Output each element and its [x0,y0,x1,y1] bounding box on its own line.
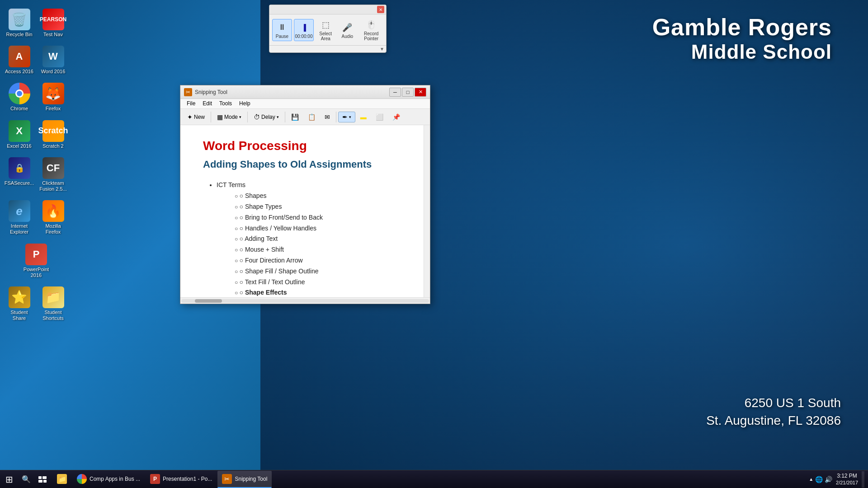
taskbar-search-btn[interactable]: 🔍 [18,471,34,488]
toolbar-sep3 [285,112,285,122]
desktop-icon-access[interactable]: A Access 2016 [2,44,36,76]
mode-dropdown-icon: ▾ [239,115,241,119]
desktop-icon-clickteam[interactable]: CF Clickteam Fusion 2.5... [36,155,70,194]
audio-icon: 🎤 [341,21,354,34]
menu-tools[interactable]: Tools [216,100,236,108]
snipping-minimize-btn[interactable]: ─ [389,88,401,97]
task-view-btn[interactable] [34,471,51,488]
snipping-title-text: Snipping Tool [195,89,389,95]
taskbar-system-tray: ▲ 🌐 🔊 [809,476,832,483]
snipping-audio-btn[interactable]: 🎤 Audio [337,19,357,41]
copy-btn[interactable]: 📋 [304,112,320,122]
desktop-icon-word[interactable]: W Word 2016 [36,44,70,76]
pin-icon: 📌 [392,113,400,121]
show-desktop-btn[interactable] [862,471,864,488]
desktop-icon-scratch2[interactable]: Scratch Scratch 2 [36,118,70,151]
student-share-label: Student Share [4,310,34,321]
desktop-icon-moz-firefox[interactable]: 🔥 Mozilla Firefox [36,198,70,237]
snipping-tool-toolbar: ✦ New ▦ Mode ▾ ⏱ Delay ▾ 💾 📋 [180,109,430,125]
taskbar-snipping-icon: ✂ [222,474,232,484]
new-icon: ✦ [187,113,193,121]
taskbar-chrome[interactable]: Comp Apps in Bus ... [72,471,145,488]
expand-icon: ▼ [380,47,384,52]
hscroll-track [181,299,429,303]
taskbar-clock[interactable]: 3:12 PM 2/21/2017 [836,473,858,486]
save-icon: 💾 [291,113,299,121]
menu-edit[interactable]: Edit [199,100,216,108]
taskbar-ppt-icon: P [150,474,160,484]
snipping-select-area-btn[interactable]: ⬚ Select Area [316,16,335,43]
new-snip-btn[interactable]: ✦ New [183,112,209,122]
svg-rect-0 [38,476,42,479]
save-btn[interactable]: 💾 [287,112,303,122]
email-btn[interactable]: ✉ [321,112,334,122]
bullet-sub-item-7: ○ Shape Fill / Shape Outline [235,266,407,277]
audio-label: Audio [342,34,354,39]
ppt-icon: P [25,244,47,265]
snipping-maximize-btn[interactable]: □ [402,88,414,97]
snipping-horizontal-scrollbar[interactable] [180,297,430,304]
desktop-icon-testnav[interactable]: PEARSON Test Nav [36,7,70,39]
excel-label: Excel 2016 [7,143,31,149]
highlighter-btn[interactable]: ▬ [356,112,371,122]
snipping-record-pointer-btn[interactable]: 🖱️ Record Pointer [359,16,383,43]
snipping-vertical-scrollbar[interactable] [424,125,430,297]
testnav-label: Test Nav [43,32,63,38]
taskbar-presentation[interactable]: P Presentation1 - Po... [146,471,217,488]
school-name-line2: Middle School [652,41,832,63]
desktop-icon-recycle-bin[interactable]: 🗑️ Recycle Bin [2,7,36,39]
scratch2-label: Scratch 2 [42,143,63,149]
desktop-icon-student-shortcuts[interactable]: 📁 Student Shortcuts [36,285,70,323]
snipping-content-area[interactable]: Word Processing Adding Shapes to Old Ass… [180,125,430,297]
taskbar-file-explorer[interactable]: 📁 [52,471,71,488]
snipping-close-btn[interactable]: ✕ [415,88,426,97]
snipping-titlebar-controls: ─ □ ✕ [389,88,426,97]
start-button[interactable]: ⊞ [0,470,18,488]
menu-file[interactable]: File [183,100,199,108]
bullet-ict-terms: ICT Terms [217,179,407,191]
bullet-sub-item-8: ○ Text Fill / Text Outline [235,277,407,288]
desktop-icon-student-share[interactable]: ⭐ Student Share [2,285,36,323]
fsa-label: FSASecure... [5,180,34,186]
firefox-label: Firefox [46,106,61,112]
desktop: Gamble Rogers Middle School 6250 US 1 So… [0,0,868,488]
snipping-timer-btn[interactable]: ▐ 00:00:00 [294,19,314,41]
select-area-label: Select Area [319,31,332,41]
taskbar-presentation-label: Presentation1 - Po... [163,476,212,482]
snipping-pause-btn[interactable]: ⏸ Pause [272,19,292,41]
tray-expand-icon[interactable]: ▲ [809,477,813,482]
toolbar-sep2 [247,112,248,122]
taskbar-time: 3:12 PM [836,473,858,480]
clickteam-icon: CF [42,157,64,179]
bullet-sub-item-5: ○ Mouse + Shift [235,244,407,255]
student-shortcuts-icon: 📁 [42,286,64,308]
desktop-icon-excel[interactable]: X Excel 2016 [2,118,36,151]
desktop-icon-ppt[interactable]: P PowerPoint 2016 [18,242,54,280]
pen-btn[interactable]: ✒ ▾ [338,112,355,122]
delay-btn[interactable]: ⏱ Delay ▾ [250,112,283,122]
menu-help[interactable]: Help [236,100,254,108]
desktop-icon-chrome[interactable]: Chrome [2,81,36,113]
desktop-icon-firefox[interactable]: 🦊 Firefox [36,81,70,113]
taskbar-snipping-tool[interactable]: ✂ Snipping Tool [217,471,272,488]
snipping-toolbar-close-btn[interactable]: ✕ [377,6,384,13]
eraser-btn[interactable]: ⬜ [372,112,387,122]
copy-icon: 📋 [308,113,316,121]
word-label: Word 2016 [41,69,66,75]
mode-btn[interactable]: ▦ Mode ▾ [213,112,245,122]
scratch2-icon: Scratch [42,120,64,142]
svg-rect-3 [43,480,47,483]
desktop-icon-ie[interactable]: e Internet Explorer [2,198,36,237]
mode-icon: ▦ [217,113,223,121]
highlighter-icon: ▬ [360,113,367,121]
fsa-icon: 🔒 [9,157,30,179]
tray-volume-icon[interactable]: 🔊 [825,476,832,483]
email-icon: ✉ [325,113,330,121]
access-icon: A [9,46,30,67]
timer-icon: ▐ [297,21,310,34]
bullet-sub-item-0: ○ Shapes [235,191,407,202]
ie-icon: e [9,200,30,222]
pin-btn[interactable]: 📌 [388,112,404,122]
school-address: 6250 US 1 South St. Augustine, FL 32086 [706,394,841,429]
desktop-icon-fsa[interactable]: 🔒 FSASecure... [2,155,36,194]
